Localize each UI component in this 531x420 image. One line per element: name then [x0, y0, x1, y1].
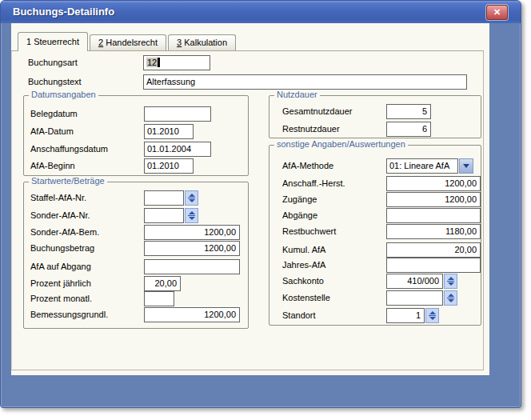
buchungsbetrag-label: Buchungsbetrag — [30, 243, 94, 253]
prozent-jaehrlich-input[interactable]: 20,00 — [144, 276, 181, 291]
kostenstelle-label: Kostenstelle — [282, 293, 330, 302]
anschaff-herst-label: Anschaff.-Herst. — [282, 178, 345, 188]
prozent-monatl-label: Prozent monatl. — [30, 294, 92, 303]
prozent-jaehrlich-label: Prozent jährlich — [30, 278, 91, 288]
field-row: AfA-Beginn 01.2010 — [24, 158, 248, 174]
zugaenge-input[interactable]: 1200,00 — [386, 192, 481, 207]
kostenstelle-spinner[interactable] — [444, 290, 457, 306]
anschaffungsdatum-input[interactable]: 01.01.2004 — [144, 142, 211, 157]
sonder-afa-nr-input[interactable] — [144, 208, 184, 223]
close-icon: ✕ — [493, 7, 501, 17]
sachkonto-input[interactable]: 410/000 — [386, 274, 443, 289]
text-caret — [158, 58, 160, 67]
sonder-afa-nr-spinner[interactable] — [185, 208, 198, 223]
sachkonto-spinner[interactable] — [444, 274, 457, 289]
afa-methode-select[interactable]: 01: Lineare AfA — [386, 158, 458, 174]
field-row: Prozent jährlich 20,00 — [24, 276, 248, 291]
afa-beginn-label: AfA-Beginn — [30, 161, 75, 170]
afa-methode-label: AfA-Methode — [282, 161, 333, 170]
spinner-divider — [429, 315, 436, 316]
buchungstext-label: Buchungstext — [28, 77, 82, 86]
group-nutzdauer: Nutzdauer Gesamtnutzdauer 5 Restnutzdaue… — [269, 95, 481, 138]
gesamtnutzdauer-label: Gesamtnutzdauer — [282, 106, 352, 116]
field-row: Bemessungsgrundl. 1200,00 — [24, 307, 248, 322]
spinner-up-icon — [448, 277, 454, 280]
tab-steuerrecht[interactable]: 1 Steuerrecht — [18, 32, 88, 51]
chevron-down-icon — [463, 164, 469, 168]
field-row: Jahres-AfA — [269, 258, 481, 273]
belegdatum-label: Belegdatum — [30, 109, 78, 118]
spinner-divider — [447, 298, 454, 298]
afa-auf-abgang-label: AfA auf Abgang — [30, 262, 91, 271]
standort-spinner[interactable] — [425, 308, 439, 323]
buchungstext-input[interactable]: Alterfassung — [143, 74, 467, 90]
group-datumsangaben: Datumsangaben Belegdatum AfA-Datum 01.20… — [23, 95, 249, 176]
jahres-afa-label: Jahres-AfA — [282, 260, 325, 270]
tab-label: 1 Steuerrecht — [26, 37, 79, 46]
spinner-down-icon — [448, 282, 454, 286]
restbuchwert-input[interactable]: 1180,00 — [386, 224, 481, 239]
field-row: Anschaffungsdatum 01.01.2004 — [24, 142, 248, 157]
spinner-down-icon — [189, 199, 195, 202]
afa-methode-dropdown-button[interactable] — [459, 158, 473, 174]
restnutzdauer-label: Restnutzdauer — [282, 124, 340, 134]
anschaff-herst-input[interactable]: 1200,00 — [386, 176, 481, 191]
field-row: Restnutzdauer 6 — [269, 122, 481, 137]
selected-text: 12 — [146, 58, 158, 67]
field-row: AfA-Methode 01: Lineare AfA — [269, 158, 481, 174]
field-row: Standort 1 — [269, 308, 481, 323]
spinner-divider — [447, 281, 454, 282]
field-row: Sonder-AfA-Nr. — [24, 208, 248, 223]
dialog-window: Buchungs-Detailinfo ✕ 1 Steuerrecht 2 Ha… — [0, 0, 521, 408]
tab-kalkulation[interactable]: 3 Kalkulation — [168, 34, 236, 50]
afa-beginn-input[interactable]: 01.2010 — [144, 158, 194, 174]
field-row: Sonder-AfA-Bem. 1200,00 — [24, 225, 248, 240]
restnutzdauer-input[interactable]: 6 — [386, 122, 431, 137]
standort-input[interactable]: 1 — [386, 308, 425, 323]
jahres-afa-input[interactable] — [386, 258, 481, 273]
kumul-afa-label: Kumul. AfA — [282, 245, 325, 254]
spinner-down-icon — [189, 217, 195, 220]
group-title: sonstige Angaben/Auswertungen — [274, 139, 408, 149]
kumul-afa-input[interactable]: 20,00 — [386, 242, 481, 258]
buchungsart-row: Buchungsart 12 — [28, 55, 473, 71]
field-row: Zugänge 1200,00 — [269, 192, 481, 207]
tab-strip: 1 Steuerrecht 2 Handelsrecht 3 Kalkulati… — [18, 32, 236, 50]
spinner-up-icon — [429, 311, 436, 314]
close-button[interactable]: ✕ — [486, 5, 508, 20]
restbuchwert-label: Restbuchwert — [282, 226, 336, 236]
staffel-afa-nr-label: Staffel-AfA-Nr. — [30, 193, 86, 202]
field-row: Kostenstelle — [269, 290, 481, 306]
abgaenge-input[interactable] — [386, 208, 481, 223]
afa-datum-input[interactable]: 01.2010 — [144, 124, 194, 139]
field-row: AfA-Datum 01.2010 — [24, 124, 248, 139]
field-row: Staffel-AfA-Nr. — [24, 190, 248, 206]
buchungsart-input[interactable]: 12 — [143, 55, 210, 70]
buchungsbetrag-input[interactable]: 1200,00 — [144, 241, 240, 256]
field-row: Buchungsbetrag 1200,00 — [24, 241, 248, 256]
tab-label: Handelsrecht — [103, 38, 158, 47]
screen: Buchungs-Detailinfo ✕ 1 Steuerrecht 2 Ha… — [0, 0, 531, 420]
field-row: Prozent monatl. — [24, 291, 248, 306]
tab-handelsrecht[interactable]: 2 Handelsrecht — [90, 34, 166, 50]
sonder-afa-bem-input[interactable]: 1200,00 — [144, 225, 240, 240]
anschaffungsdatum-label: Anschaffungsdatum — [30, 144, 108, 154]
spinner-down-icon — [448, 299, 454, 302]
buchungsart-label: Buchungsart — [28, 58, 78, 67]
sonder-afa-bem-label: Sonder-AfA-Bem. — [30, 227, 99, 237]
staffel-afa-nr-spinner[interactable] — [185, 190, 198, 206]
prozent-monatl-input[interactable] — [144, 291, 174, 306]
afa-datum-label: AfA-Datum — [30, 126, 74, 136]
staffel-afa-nr-input[interactable] — [144, 190, 184, 206]
group-title: Datumsangaben — [29, 90, 98, 99]
bemessungsgrundl-input[interactable]: 1200,00 — [144, 307, 240, 322]
field-row: Kumul. AfA 20,00 — [269, 242, 481, 258]
spinner-up-icon — [448, 294, 454, 297]
afa-auf-abgang-input[interactable] — [144, 259, 240, 274]
belegdatum-input[interactable] — [144, 106, 211, 122]
group-title: Startwerte/Beträge — [29, 176, 107, 186]
gesamtnutzdauer-input[interactable]: 5 — [386, 104, 431, 119]
title-bar[interactable]: Buchungs-Detailinfo ✕ — [1, 1, 521, 23]
spinner-divider — [188, 198, 195, 198]
kostenstelle-input[interactable] — [386, 290, 443, 306]
